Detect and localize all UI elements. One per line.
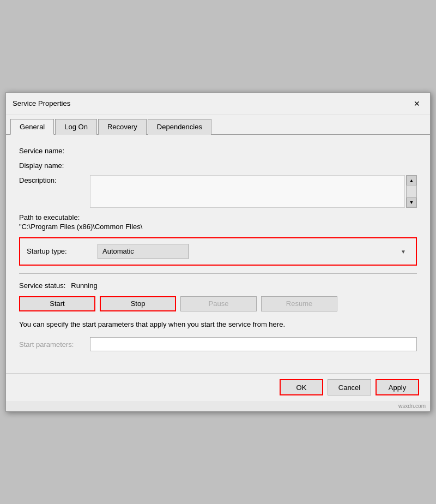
stop-button[interactable]: Stop bbox=[100, 296, 176, 311]
service-buttons-group: Start Stop Pause Resume bbox=[19, 296, 417, 311]
resume-button[interactable]: Resume bbox=[261, 296, 337, 311]
watermark: wsxdn.com bbox=[6, 401, 430, 411]
description-label: Description: bbox=[19, 175, 90, 184]
start-params-label: Start parameters: bbox=[19, 340, 90, 349]
service-status-value: Running bbox=[71, 281, 97, 290]
general-tab-content: Service name: Display name: Description:… bbox=[6, 135, 430, 374]
startup-type-section: Startup type: Automatic Automatic (Delay… bbox=[19, 237, 417, 266]
service-name-label: Service name: bbox=[19, 146, 90, 155]
start-button[interactable]: Start bbox=[19, 296, 95, 311]
path-label: Path to executable: bbox=[19, 213, 417, 221]
service-status-label: Service status: bbox=[19, 281, 65, 290]
title-bar: Service Properties ✕ bbox=[6, 93, 430, 115]
tab-general[interactable]: General bbox=[10, 119, 54, 135]
ok-button[interactable]: OK bbox=[280, 379, 323, 395]
path-value: "C:\Program Files (x86)\Common Files\ bbox=[19, 223, 417, 231]
display-name-label: Display name: bbox=[19, 160, 90, 170]
tabs-bar: General Log On Recovery Dependencies bbox=[6, 115, 430, 135]
start-params-input[interactable] bbox=[90, 337, 417, 351]
scroll-down-button[interactable]: ▼ bbox=[407, 197, 416, 207]
service-name-row: Service name: bbox=[19, 146, 417, 155]
pause-button[interactable]: Pause bbox=[180, 296, 257, 311]
path-row: Path to executable: "C:\Program Files (x… bbox=[19, 213, 417, 231]
close-button[interactable]: ✕ bbox=[410, 97, 423, 110]
display-name-row: Display name: bbox=[19, 160, 417, 170]
hint-text: You can specify the start parameters tha… bbox=[19, 319, 417, 330]
cancel-button[interactable]: Cancel bbox=[328, 379, 371, 395]
description-row: Description: ▲ ▼ bbox=[19, 175, 417, 208]
description-scrollbar: ▲ ▼ bbox=[406, 175, 417, 208]
start-params-row: Start parameters: bbox=[19, 337, 417, 351]
dialog-title: Service Properties bbox=[13, 99, 70, 107]
description-box[interactable] bbox=[90, 175, 405, 208]
tab-logon[interactable]: Log On bbox=[55, 119, 97, 135]
service-properties-dialog: Service Properties ✕ General Log On Reco… bbox=[5, 92, 431, 412]
chevron-down-icon: ▼ bbox=[401, 248, 406, 254]
tab-dependencies[interactable]: Dependencies bbox=[148, 119, 211, 135]
startup-type-wrapper: Automatic Automatic (Delayed Start) Manu… bbox=[98, 244, 409, 259]
tab-recovery[interactable]: Recovery bbox=[98, 119, 147, 135]
dialog-footer: OK Cancel Apply bbox=[6, 373, 430, 401]
divider bbox=[19, 273, 417, 274]
startup-type-label: Startup type: bbox=[27, 247, 98, 255]
apply-button[interactable]: Apply bbox=[376, 379, 419, 395]
description-area: ▲ ▼ bbox=[90, 175, 417, 208]
startup-type-select[interactable]: Automatic Automatic (Delayed Start) Manu… bbox=[98, 244, 189, 259]
service-status-row: Service status: Running bbox=[19, 281, 417, 290]
scroll-up-button[interactable]: ▲ bbox=[407, 176, 416, 185]
